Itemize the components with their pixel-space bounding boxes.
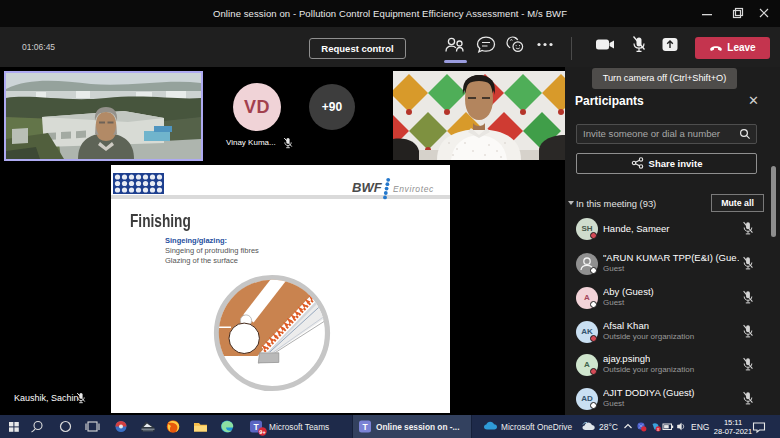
svg-text:9+: 9+ <box>259 429 265 435</box>
svg-text:Microsoft Teams: Microsoft Teams <box>269 422 329 432</box>
svg-text:Online session on -...: Online session on -... <box>376 422 459 432</box>
svg-text:Microsoft OneDrive: Microsoft OneDrive <box>501 422 572 432</box>
svg-text:BWF: BWF <box>352 180 383 195</box>
svg-text:Envirotec: Envirotec <box>393 184 434 194</box>
svg-text:28°C: 28°C <box>599 422 618 432</box>
svg-text:T: T <box>362 422 368 432</box>
